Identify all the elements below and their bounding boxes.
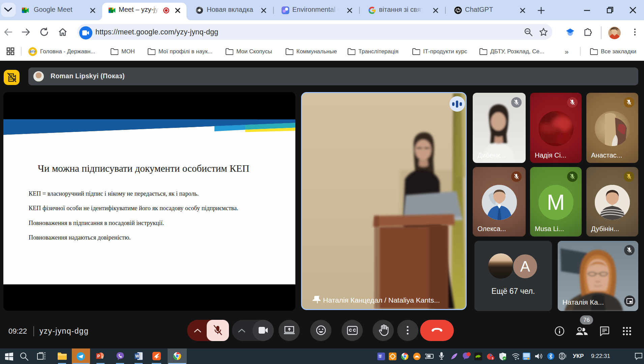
svg-text:КЕП = власноручний підпис і ні: КЕП = власноручний підпис і нікому не пе… (29, 190, 199, 197)
svg-text:Повноваження в підписання в по: Повноваження в підписання в посадовій ін… (29, 220, 164, 226)
svg-text:3: 3 (492, 357, 493, 360)
svg-text:P: P (97, 354, 100, 359)
svg-text:Чи можна підписувати документи: Чи можна підписувати документи особистим… (38, 163, 249, 174)
svg-text:Наталія Канцедал / Nataliya Ka: Наталія Канцедал / Nataliya Kants... (323, 296, 440, 304)
svg-text:КЕП фізичної особи не ідентифі: КЕП фізичної особи не ідентифікуватиме й… (29, 205, 238, 212)
svg-text:T: T (379, 355, 381, 359)
svg-text:Повноваження надаються довірен: Повноваження надаються довіреністю. (29, 234, 131, 241)
svg-text:W: W (135, 354, 139, 359)
